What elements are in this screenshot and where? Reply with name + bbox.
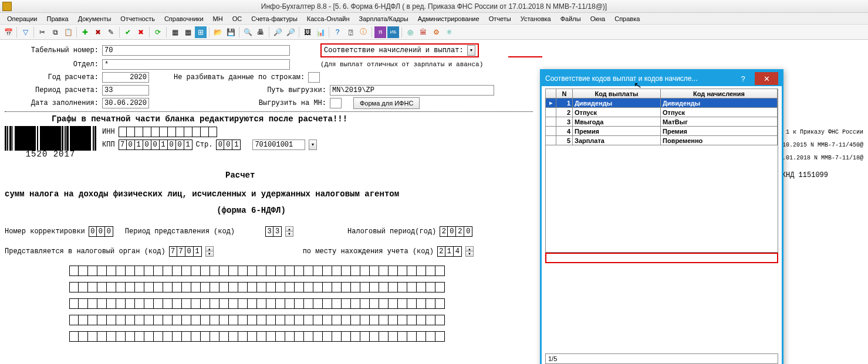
- menu-reporting[interactable]: Отчетность: [117, 14, 158, 23]
- form-name: (форма 6-НДФЛ): [217, 206, 286, 215]
- year-input[interactable]: [102, 72, 149, 83]
- mapping-dialog: Соответствие кодов выплат и кодов начисл…: [540, 69, 783, 364]
- tool-refresh-icon[interactable]: ⟳: [152, 26, 164, 38]
- tool-whatsthis-icon[interactable]: ⍰: [345, 26, 356, 38]
- dept-label: Отдел:: [5, 60, 99, 69]
- tool-paste-icon[interactable]: 📋: [62, 26, 74, 38]
- menu-setup[interactable]: Установка: [517, 14, 555, 23]
- menu-invoices[interactable]: Счета-фактуры: [248, 14, 301, 23]
- calc-title: Расчет: [225, 171, 255, 180]
- toolbar: 📅 ▽ ✂ ⧉ 📋 ✚ ✖ ✎ ✔ ✖ ⟳ ▦ ▦ ⊞ 📂 💾 🔍 🖶 🔎 🔎 …: [0, 25, 868, 40]
- tool-calc-icon[interactable]: ⊞: [195, 26, 207, 38]
- str-label: Стр.: [196, 141, 213, 149]
- menu-kassa[interactable]: Касса-Онлайн: [303, 14, 353, 23]
- tool-open-icon[interactable]: 📂: [212, 26, 224, 38]
- grid-col-accrual[interactable]: Код начисления: [661, 89, 778, 98]
- path-input[interactable]: [330, 85, 494, 96]
- tab-num-label: Табельный номер:: [5, 46, 99, 55]
- tool-zoomout-icon[interactable]: 🔎: [285, 26, 296, 38]
- tool-app1-icon[interactable]: Я: [374, 26, 386, 38]
- kpp-combo[interactable]: [252, 140, 305, 150]
- menu-os[interactable]: ОС: [229, 14, 246, 23]
- grid-row[interactable]: ▸1ДивидендыДивиденды: [546, 98, 778, 108]
- kpp-label: КПП: [102, 141, 115, 149]
- grid-header: N Код выплаты Код начисления: [546, 89, 778, 98]
- tool-insert-icon[interactable]: ✚: [79, 26, 91, 38]
- tool-cut-icon[interactable]: ✂: [36, 26, 48, 38]
- menu-operations[interactable]: Операции: [4, 14, 40, 23]
- fill-date-input[interactable]: [102, 98, 149, 108]
- loc-spinner[interactable]: ▲▼: [465, 246, 474, 257]
- menu-reports[interactable]: Отчеты: [485, 14, 515, 23]
- grid-input-row[interactable]: [545, 253, 778, 263]
- menu-edit[interactable]: Правка: [43, 14, 72, 23]
- export-label: Выгрузить на МН:: [256, 99, 326, 107]
- tool-print-icon[interactable]: 🖶: [255, 26, 266, 38]
- tool-chart-icon[interactable]: 📊: [315, 26, 326, 38]
- dialog-help-button[interactable]: ?: [731, 72, 755, 85]
- tool-copy-icon[interactable]: ⧉: [49, 26, 61, 38]
- grid-row[interactable]: 3МвыгодаМатВыг: [546, 117, 778, 127]
- grid-col-payout[interactable]: Код выплаты: [573, 89, 661, 98]
- pres-period-cells[interactable]: 33: [265, 226, 282, 237]
- tool-app5-icon[interactable]: ⚙: [430, 26, 442, 38]
- tool-delete-icon[interactable]: ✖: [92, 26, 104, 38]
- dialog-titlebar[interactable]: Соответствие кодов выплат и кодов начисл…: [542, 71, 782, 86]
- tool-grid2-icon[interactable]: ▦: [182, 26, 194, 38]
- inn-cells[interactable]: [119, 127, 217, 137]
- mapping-grid: N Код выплаты Код начисления ▸1Дивиденды…: [545, 89, 778, 253]
- tool-help-icon[interactable]: ?: [332, 26, 343, 38]
- fill-date-label: Дата заполнения:: [5, 99, 99, 107]
- menu-documents[interactable]: Документы: [75, 14, 115, 23]
- tool-grid1-icon[interactable]: ▦: [169, 26, 181, 38]
- period-input[interactable]: [102, 85, 149, 96]
- tool-app2-icon[interactable]: ИБ: [387, 26, 399, 38]
- menu-files[interactable]: Файлы: [557, 14, 585, 23]
- grid-row[interactable]: 4ПремияПремия: [546, 127, 778, 136]
- grid-status: 1/5: [545, 353, 778, 364]
- grid-row[interactable]: 2ОтпускОтпуск: [546, 108, 778, 117]
- dialog-close-button[interactable]: ✕: [755, 72, 778, 85]
- ifns-button[interactable]: Форма для ИФНС: [353, 97, 420, 109]
- kpp-combo-dropdown[interactable]: ▾: [309, 140, 317, 150]
- menu-windows[interactable]: Окна: [587, 14, 609, 23]
- barcode: 1520 2017: [5, 126, 96, 159]
- sootv-dropdown-button[interactable]: ▾: [467, 45, 475, 56]
- export-input[interactable]: [330, 98, 342, 108]
- tool-calendar-icon[interactable]: 📅: [2, 26, 14, 38]
- tool-save-icon[interactable]: 💾: [225, 26, 237, 38]
- tool-image-icon[interactable]: 🖼: [302, 26, 313, 38]
- loc-cells[interactable]: 214: [437, 246, 462, 257]
- pres-period-spinner[interactable]: ▲▼: [285, 226, 293, 237]
- tool-preview-icon[interactable]: 🔍: [242, 26, 254, 38]
- dept-input[interactable]: [102, 59, 290, 70]
- menubar: Операции Правка Документы Отчетность Спр…: [0, 13, 868, 25]
- menu-directories[interactable]: Справочники: [161, 14, 207, 23]
- sootv-label: Соответствие начислений и выплат:: [324, 46, 464, 55]
- tax-org-cells[interactable]: 7701: [169, 246, 202, 257]
- tool-filter-icon[interactable]: ▽: [19, 26, 31, 38]
- tab-num-input[interactable]: [102, 45, 290, 56]
- tax-org-spinner[interactable]: ▲▼: [205, 246, 214, 257]
- grid-row[interactable]: 5ЗарплатаПовременно: [546, 136, 778, 145]
- tool-edit-icon[interactable]: ✎: [105, 26, 117, 38]
- menu-mn[interactable]: МН: [210, 14, 227, 23]
- kpp-cells[interactable]: 701001001: [119, 140, 192, 150]
- menu-admin[interactable]: Администрирование: [414, 14, 483, 23]
- tool-zoomin-icon[interactable]: 🔎: [272, 26, 283, 38]
- no-split-label: Не разбивать данные по строкам:: [174, 73, 305, 81]
- tool-app3-icon[interactable]: ◎: [404, 26, 416, 38]
- tool-cancel-icon[interactable]: ✖: [135, 26, 147, 38]
- str-cells[interactable]: 001: [216, 140, 241, 150]
- tool-check-icon[interactable]: ✔: [122, 26, 134, 38]
- tool-info-icon[interactable]: ⓘ: [357, 26, 369, 38]
- corr-cells[interactable]: 000: [89, 226, 113, 237]
- no-split-input[interactable]: [308, 72, 320, 83]
- tax-period-cells[interactable]: 2020: [440, 226, 472, 237]
- loc-label: по месту нахождения учета (код): [303, 247, 434, 256]
- menu-help[interactable]: Справка: [611, 14, 643, 23]
- grid-col-n[interactable]: N: [556, 89, 573, 98]
- menu-salary[interactable]: Зарплата/Кадры: [356, 14, 412, 23]
- tool-app6-icon[interactable]: ⚛: [443, 26, 455, 38]
- tool-app4-icon[interactable]: 🏛: [417, 26, 429, 38]
